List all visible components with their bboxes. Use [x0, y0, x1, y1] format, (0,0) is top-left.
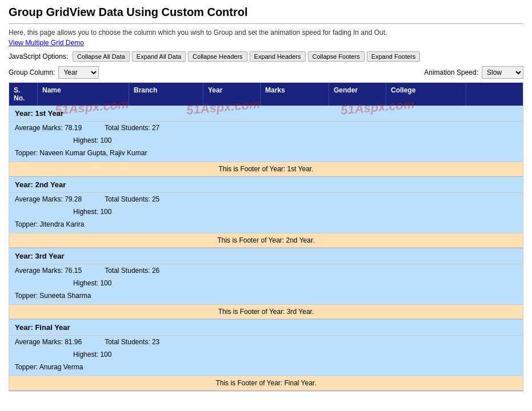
group-highest-3: placeholder Highest: 100 [9, 348, 523, 361]
group-highest-2: placeholder Highest: 100 [9, 277, 523, 289]
group-title-3: Year: Final Year [15, 323, 70, 332]
footer-row-1: This is Footer of Year: 2nd Year. [9, 233, 523, 248]
page-title: Group GridView Data Using Custom Control [9, 6, 523, 19]
expand-all-data-button[interactable]: Expand All Data [132, 51, 186, 62]
footer-row-3: This is Footer of Year: Final Year. [9, 376, 523, 390]
group-column-label: Group Column: [9, 68, 55, 76]
collapse-footers-button[interactable]: Collapse Footers [308, 51, 365, 62]
col-header-name: Name [38, 83, 129, 106]
controls-bar: Group Column: Year Branch Gender College… [9, 66, 523, 79]
group-title-row-3: Year: Final Year [9, 320, 523, 336]
total-students-2: Total Students: 26 [105, 267, 159, 275]
group-title-2: Year: 3rd Year [15, 252, 65, 260]
highest-1: Highest: 100 [73, 208, 111, 216]
collapse-headers-button[interactable]: Collapse Headers [188, 51, 247, 62]
footer-text-3: This is Footer of Year: Final Year. [215, 379, 316, 387]
grid-header: S. No. Name Branch Year Marks Gender Col… [9, 83, 523, 106]
group-topper-3: Topper: Anurag Verma [9, 361, 523, 376]
expand-footers-button[interactable]: Expand Footers [367, 51, 421, 62]
footer-text-1: This is Footer of Year: 2nd Year. [217, 236, 314, 244]
col-header-branch: Branch [129, 83, 203, 106]
animation-speed-section: Animation Speed: Slow Medium Fast [424, 66, 523, 79]
col-header-year: Year [203, 83, 261, 106]
topper-text-1: Topper: Jitendra Karira [15, 220, 84, 228]
group-blocks: Year: 1st Year Average Marks: 78.19 Tota… [9, 106, 523, 391]
animation-speed-label: Animation Speed: [424, 68, 478, 76]
average-marks-2: Average Marks: 76.15 [15, 267, 82, 275]
view-multiple-grid-link[interactable]: View Multiple Grid Demo [9, 39, 523, 47]
group-column-section: Group Column: Year Branch Gender College [9, 66, 99, 79]
group-block-2: Year: 3rd Year Average Marks: 76.15 Tota… [9, 248, 523, 320]
group-column-select[interactable]: Year Branch Gender College [58, 66, 99, 79]
grid-container: 51Aspx.com 51Aspx.com 51Aspx.com S. No. … [9, 82, 523, 392]
col-header-sno: S. No. [9, 83, 38, 106]
collapse-all-data-button[interactable]: Collapse All Data [73, 51, 130, 62]
group-block-0: Year: 1st Year Average Marks: 78.19 Tota… [9, 106, 523, 177]
footer-row-0: This is Footer of Year: 1st Year. [9, 162, 523, 176]
total-students-3: Total Students: 23 [105, 338, 159, 346]
js-options-label: JavaScript Options: [9, 53, 68, 61]
average-marks-3: Average Marks: 81.96 [15, 338, 82, 346]
topper-text-2: Topper: Suneeta Sharma [15, 292, 91, 300]
topper-text-0: Topper: Naveen Kumar Gupta, Rajiv Kumar [15, 149, 147, 157]
average-marks-1: Average Marks: 79.28 [15, 195, 82, 203]
js-options-bar: JavaScript Options: Collapse All Data Ex… [9, 51, 523, 62]
col-header-marks: Marks [261, 83, 329, 106]
group-topper-0: Topper: Naveen Kumar Gupta, Rajiv Kumar [9, 147, 523, 162]
group-block-1: Year: 2nd Year Average Marks: 79.28 Tota… [9, 177, 523, 248]
group-stats-0: Average Marks: 78.19 Total Students: 27 [9, 122, 523, 134]
topper-text-3: Topper: Anurag Verma [15, 363, 83, 371]
animation-speed-select[interactable]: Slow Medium Fast [482, 66, 523, 79]
group-highest-0: placeholder Highest: 100 [9, 134, 523, 147]
total-students-1: Total Students: 25 [105, 195, 159, 203]
group-stats-2: Average Marks: 76.15 Total Students: 26 [9, 264, 523, 277]
group-title-row-1: Year: 2nd Year [9, 177, 523, 193]
average-marks-0: Average Marks: 78.19 [15, 124, 82, 132]
total-students-0: Total Students: 27 [105, 124, 159, 132]
group-highest-1: placeholder Highest: 100 [9, 206, 523, 218]
col-header-college: College [386, 83, 466, 106]
group-title-1: Year: 2nd Year [15, 180, 66, 189]
group-block-3: Year: Final Year Average Marks: 81.96 To… [9, 320, 523, 391]
highest-2: Highest: 100 [73, 279, 111, 287]
group-topper-2: Topper: Suneeta Sharma [9, 289, 523, 304]
page-description: Here, this page allows you to choose the… [9, 29, 523, 37]
group-stats-3: Average Marks: 81.96 Total Students: 23 [9, 336, 523, 348]
group-title-row-2: Year: 3rd Year [9, 248, 523, 264]
group-title-row-0: Year: 1st Year [9, 106, 523, 122]
expand-headers-button[interactable]: Expand Headers [250, 51, 306, 62]
footer-row-2: This is Footer of Year: 3rd Year. [9, 304, 523, 319]
group-title-0: Year: 1st Year [15, 109, 63, 118]
highest-0: Highest: 100 [73, 136, 111, 144]
group-stats-1: Average Marks: 79.28 Total Students: 25 [9, 193, 523, 206]
col-header-gender: Gender [329, 83, 386, 106]
footer-text-2: This is Footer of Year: 3rd Year. [218, 308, 314, 316]
footer-text-0: This is Footer of Year: 1st Year. [218, 165, 313, 173]
highest-3: Highest: 100 [73, 350, 111, 358]
group-topper-1: Topper: Jitendra Karira [9, 218, 523, 233]
